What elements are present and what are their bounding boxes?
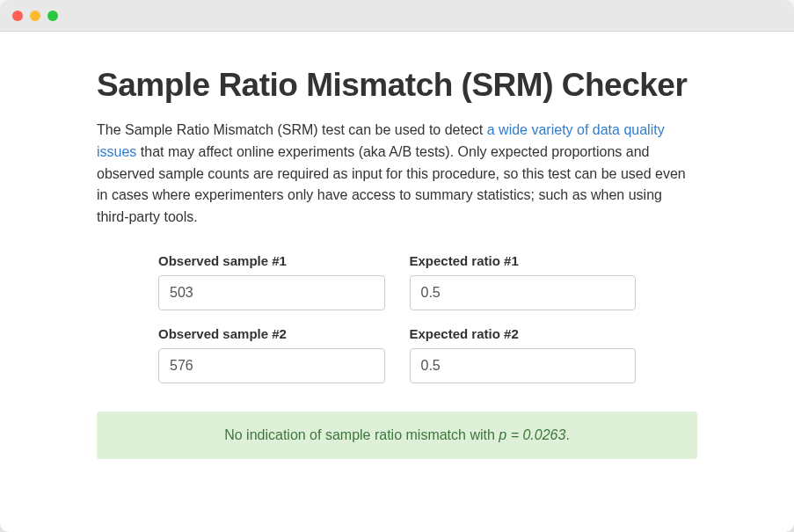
expected-2-input[interactable] [410,348,637,383]
intro-text-before: The Sample Ratio Mismatch (SRM) test can… [97,122,487,137]
field-observed-2: Observed sample #2 [158,326,385,383]
expected-2-label: Expected ratio #2 [410,326,637,341]
main-content: Sample Ratio Mismatch (SRM) Checker The … [0,32,794,485]
minimize-icon[interactable] [30,11,40,21]
page-title: Sample Ratio Mismatch (SRM) Checker [97,67,697,104]
result-p-value: p = 0.0263 [499,427,565,442]
window-titlebar [0,0,794,32]
result-banner: No indication of sample ratio mismatch w… [97,412,697,459]
intro-text-after: that may affect online experiments (aka … [97,144,686,224]
expected-1-input[interactable] [410,275,637,310]
intro-paragraph: The Sample Ratio Mismatch (SRM) test can… [97,120,697,229]
maximize-icon[interactable] [47,11,58,21]
observed-2-input[interactable] [158,348,385,383]
result-text-before: No indication of sample ratio mismatch w… [224,427,499,442]
field-expected-1: Expected ratio #1 [410,253,637,310]
expected-1-label: Expected ratio #1 [410,253,637,268]
form-grid: Observed sample #1 Expected ratio #1 Obs… [97,253,697,383]
result-text-after: . [565,427,569,442]
app-window: Sample Ratio Mismatch (SRM) Checker The … [0,0,794,532]
observed-1-label: Observed sample #1 [158,253,385,268]
observed-1-input[interactable] [158,275,385,310]
close-icon[interactable] [12,11,23,21]
field-observed-1: Observed sample #1 [158,253,385,310]
field-expected-2: Expected ratio #2 [410,326,637,383]
observed-2-label: Observed sample #2 [158,326,385,341]
